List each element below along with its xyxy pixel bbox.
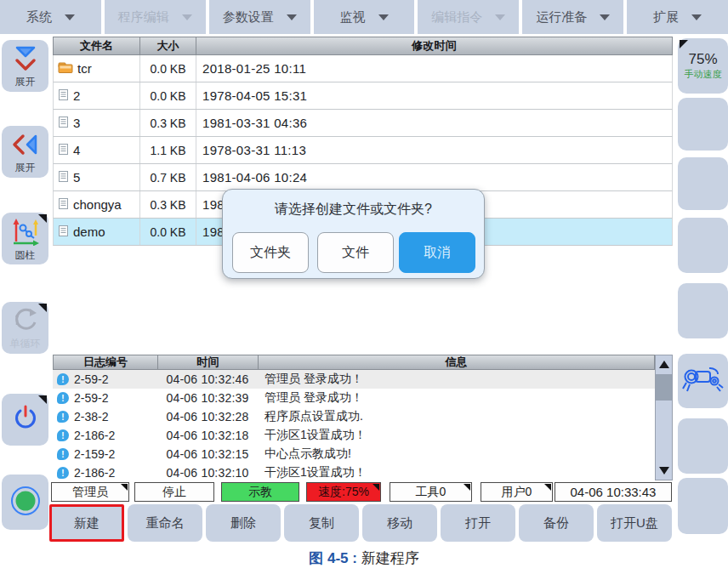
log-row[interactable]: 2-186-2 04-06 10:32:10 干涉区1设置成功！: [53, 463, 655, 482]
figure-title: 新建程序: [361, 550, 419, 566]
jog-pendant-button[interactable]: [678, 354, 728, 408]
file-name: tcr: [77, 61, 92, 76]
table-row[interactable]: 2 0.0 KB 1978-04-05 15:31: [53, 82, 673, 110]
chevron-down-icon: [65, 14, 75, 20]
status-run-state: 停止: [134, 482, 214, 502]
info-icon: [57, 467, 69, 479]
log-message: 干涉区1设置成功！: [258, 428, 655, 443]
file-button[interactable]: 文件: [317, 232, 394, 273]
file-modified: 2018-01-25 10:11: [196, 55, 672, 82]
log-row[interactable]: 2-186-2 04-06 10:32:18 干涉区1设置成功！: [53, 426, 655, 445]
sidebar-button-cylinder-coord[interactable]: 圆柱: [2, 213, 48, 264]
log-scrollbar[interactable]: [655, 355, 673, 480]
table-row[interactable]: tcr 0.0 KB 2018-01-25 10:11: [53, 55, 673, 82]
log-row[interactable]: 2-59-2 04-06 10:32:46 管理员 登录成功！: [53, 370, 655, 389]
joystick-hands-icon: [681, 362, 725, 400]
table-row[interactable]: 4 1.1 KB 1978-03-31 11:13: [53, 137, 673, 164]
log-row[interactable]: 2-159-2 04-06 10:32:15 中心点示教成功!: [53, 445, 655, 463]
menu-run-prepare[interactable]: 运行准备: [522, 0, 623, 34]
file-size: 0.3 KB: [140, 110, 196, 136]
menu-parameter-settings[interactable]: 参数设置: [209, 0, 310, 34]
move-button[interactable]: 移动: [362, 504, 437, 542]
chevron-down-icon: [691, 14, 702, 20]
status-mode-badge: 示教: [221, 482, 299, 502]
file-size: 1.1 KB: [140, 137, 196, 163]
right-panel-button-2[interactable]: [678, 98, 728, 151]
right-panel-button-8[interactable]: [678, 478, 728, 534]
menu-label: 监视: [340, 9, 366, 26]
column-header-log-id: 日志编号: [54, 355, 158, 369]
sidebar-button-power[interactable]: [2, 394, 48, 446]
expand-down-icon: [11, 45, 40, 76]
chevron-down-icon: [287, 14, 297, 20]
log-message: 干涉区1设置成功！: [258, 465, 655, 480]
log-table: 日志编号 时间 信息 2-59-2 04-06 10:32:46 管理员 登录成…: [53, 355, 655, 482]
status-bar: 管理员 停止 示教 速度:75% 工具0 用户0 04-06 10:33:43: [0, 482, 728, 503]
file-table-header: 文件名 大小 修改时间: [53, 37, 673, 55]
copy-button[interactable]: 复制: [284, 504, 359, 542]
log-time: 04-06 10:32:46: [157, 372, 258, 386]
file-icon: [58, 170, 69, 185]
manual-speed-button[interactable]: 75% 手动速度: [678, 38, 728, 94]
delete-button[interactable]: 删除: [206, 504, 281, 542]
menu-label: 系统: [26, 9, 52, 26]
column-header-filename: 文件名: [54, 37, 140, 54]
log-id: 2-59-2: [74, 391, 108, 405]
log-message: 程序原点设置成功.: [258, 409, 655, 424]
log-time: 04-06 10:32:39: [157, 391, 258, 405]
file-icon: [58, 88, 69, 104]
right-panel-button-7[interactable]: [678, 418, 728, 474]
log-row[interactable]: 2-38-2 04-06 10:32:28 程序原点设置成功.: [53, 407, 655, 426]
file-modified: 1981-04-06 10:24: [196, 164, 672, 190]
status-user-frame[interactable]: 用户0: [481, 482, 553, 502]
file-name: 5: [73, 170, 80, 185]
info-icon: [57, 392, 69, 404]
figure-number: 图 4-5 :: [309, 550, 357, 566]
right-panel-button-3[interactable]: [678, 157, 728, 210]
menu-label: 运行准备: [536, 9, 587, 26]
file-name: 3: [73, 116, 80, 130]
new-button[interactable]: 新建: [49, 504, 124, 542]
column-header-log-time: 时间: [158, 355, 259, 369]
log-id: 2-159-2: [74, 447, 115, 461]
folder-button[interactable]: 文件夹: [232, 232, 309, 273]
backup-button[interactable]: 备份: [519, 504, 594, 542]
action-bar: 新建 重命名 删除 复制 移动 打开 备份 打开U盘: [49, 504, 672, 542]
sidebar-button-expand-down[interactable]: 展开: [2, 40, 48, 92]
log-table-header: 日志编号 时间 信息: [53, 355, 655, 370]
right-panel-button-4[interactable]: [678, 218, 728, 273]
status-user-level[interactable]: 管理员: [51, 482, 129, 502]
chevron-down-icon: [378, 14, 389, 20]
right-panel-button-5[interactable]: [678, 283, 728, 338]
folder-icon: [58, 61, 73, 77]
scroll-down-icon[interactable]: [659, 467, 669, 475]
file-modified: 1978-04-05 15:31: [196, 82, 672, 109]
single-cycle-icon: [11, 307, 40, 338]
file-icon: [58, 197, 69, 213]
menu-monitor[interactable]: 监视: [314, 0, 415, 34]
column-header-modified: 修改时间: [196, 37, 672, 54]
file-size: 0.0 KB: [140, 55, 196, 82]
status-tool-frame[interactable]: 工具0: [390, 482, 472, 502]
scroll-up-icon[interactable]: [659, 361, 669, 368]
dialog-title: 请选择创建文件或文件夹?: [223, 201, 484, 219]
open-button[interactable]: 打开: [441, 504, 515, 542]
menu-extension[interactable]: 扩展: [627, 0, 728, 34]
file-name: 2: [73, 88, 80, 103]
file-size: 0.0 KB: [140, 219, 196, 245]
sidebar-button-expand-left[interactable]: 展开: [2, 126, 48, 178]
column-header-log-message: 信息: [259, 355, 654, 369]
menu-system[interactable]: 系统: [0, 0, 101, 34]
chevron-down-icon: [182, 14, 192, 20]
log-row[interactable]: 2-59-2 04-06 10:32:39 管理员 登录成功！: [53, 389, 655, 407]
status-speed-badge[interactable]: 速度:75%: [306, 482, 381, 502]
cancel-button[interactable]: 取消: [399, 232, 475, 273]
table-row[interactable]: 5 0.7 KB 1981-04-06 10:24: [53, 164, 673, 191]
rename-button[interactable]: 重命名: [128, 504, 202, 542]
file-name: chongya: [73, 197, 122, 212]
open-usb-button[interactable]: 打开U盘: [597, 504, 672, 542]
log-id: 2-59-2: [74, 372, 108, 386]
table-row[interactable]: 3 0.3 KB 1981-03-31 04:36: [53, 110, 673, 137]
scrollbar-thumb[interactable]: [656, 374, 672, 401]
menu-label: 程序编辑: [118, 9, 169, 26]
